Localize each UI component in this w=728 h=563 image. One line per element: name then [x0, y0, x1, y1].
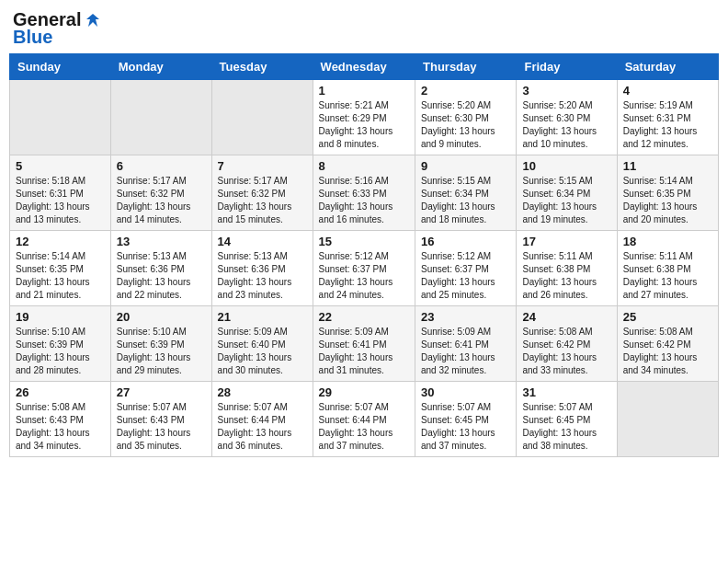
- day-cell: 19Sunrise: 5:10 AM Sunset: 6:39 PM Dayli…: [10, 306, 111, 382]
- day-number: 9: [421, 159, 510, 173]
- week-row-2: 5Sunrise: 5:18 AM Sunset: 6:31 PM Daylig…: [10, 155, 719, 231]
- day-info: Sunrise: 5:09 AM Sunset: 6:41 PM Dayligh…: [421, 326, 510, 377]
- day-info: Sunrise: 5:12 AM Sunset: 6:37 PM Dayligh…: [319, 250, 409, 302]
- day-number: 15: [319, 235, 409, 248]
- day-info: Sunrise: 5:13 AM Sunset: 6:36 PM Dayligh…: [218, 250, 307, 302]
- header-day-tuesday: Tuesday: [211, 54, 313, 80]
- day-info: Sunrise: 5:11 AM Sunset: 6:38 PM Dayligh…: [623, 250, 712, 302]
- day-info: Sunrise: 5:08 AM Sunset: 6:43 PM Dayligh…: [16, 401, 105, 453]
- day-info: Sunrise: 5:18 AM Sunset: 6:31 PM Dayligh…: [16, 175, 105, 226]
- day-cell: [211, 80, 313, 155]
- day-number: 1: [319, 84, 409, 98]
- day-number: 12: [16, 235, 105, 248]
- day-info: Sunrise: 5:10 AM Sunset: 6:39 PM Dayligh…: [16, 326, 105, 377]
- week-row-3: 12Sunrise: 5:14 AM Sunset: 6:35 PM Dayli…: [10, 231, 719, 306]
- day-info: Sunrise: 5:13 AM Sunset: 6:36 PM Dayligh…: [117, 250, 206, 302]
- day-number: 6: [117, 159, 206, 173]
- day-number: 13: [117, 235, 206, 248]
- header-day-saturday: Saturday: [617, 54, 718, 80]
- day-info: Sunrise: 5:20 AM Sunset: 6:30 PM Dayligh…: [522, 99, 610, 151]
- day-cell: 15Sunrise: 5:12 AM Sunset: 6:37 PM Dayli…: [313, 231, 415, 306]
- day-cell: [110, 80, 211, 155]
- day-cell: 29Sunrise: 5:07 AM Sunset: 6:44 PM Dayli…: [313, 382, 415, 457]
- day-info: Sunrise: 5:17 AM Sunset: 6:32 PM Dayligh…: [117, 175, 206, 226]
- day-number: 29: [319, 385, 409, 399]
- day-cell: 18Sunrise: 5:11 AM Sunset: 6:38 PM Dayli…: [617, 231, 718, 306]
- day-info: Sunrise: 5:07 AM Sunset: 6:44 PM Dayligh…: [319, 401, 409, 453]
- day-info: Sunrise: 5:16 AM Sunset: 6:33 PM Dayligh…: [319, 175, 409, 226]
- day-info: Sunrise: 5:14 AM Sunset: 6:35 PM Dayligh…: [16, 250, 105, 302]
- day-cell: 11Sunrise: 5:14 AM Sunset: 6:35 PM Dayli…: [617, 155, 718, 231]
- day-info: Sunrise: 5:07 AM Sunset: 6:45 PM Dayligh…: [421, 401, 510, 453]
- day-cell: 3Sunrise: 5:20 AM Sunset: 6:30 PM Daylig…: [517, 80, 617, 155]
- day-cell: 7Sunrise: 5:17 AM Sunset: 6:32 PM Daylig…: [211, 155, 313, 231]
- day-number: 24: [522, 310, 610, 324]
- day-info: Sunrise: 5:09 AM Sunset: 6:41 PM Dayligh…: [319, 326, 409, 377]
- day-info: Sunrise: 5:15 AM Sunset: 6:34 PM Dayligh…: [522, 175, 610, 226]
- day-number: 2: [421, 84, 510, 98]
- svg-marker-0: [86, 14, 99, 27]
- day-cell: 27Sunrise: 5:07 AM Sunset: 6:43 PM Dayli…: [110, 382, 211, 457]
- day-cell: 14Sunrise: 5:13 AM Sunset: 6:36 PM Dayli…: [211, 231, 313, 306]
- day-cell: 28Sunrise: 5:07 AM Sunset: 6:44 PM Dayli…: [211, 382, 313, 457]
- day-cell: [10, 80, 111, 155]
- day-number: 11: [623, 159, 712, 173]
- page-header: General Blue: [9, 9, 719, 48]
- day-number: 23: [421, 310, 510, 324]
- day-number: 22: [319, 310, 409, 324]
- day-info: Sunrise: 5:10 AM Sunset: 6:39 PM Dayligh…: [117, 326, 206, 377]
- header-day-friday: Friday: [517, 54, 617, 80]
- day-number: 5: [16, 159, 105, 173]
- day-number: 18: [623, 235, 712, 248]
- day-cell: 13Sunrise: 5:13 AM Sunset: 6:36 PM Dayli…: [110, 231, 211, 306]
- calendar-table: SundayMondayTuesdayWednesdayThursdayFrid…: [9, 53, 719, 457]
- day-number: 8: [319, 159, 409, 173]
- day-info: Sunrise: 5:07 AM Sunset: 6:45 PM Dayligh…: [522, 401, 610, 453]
- day-info: Sunrise: 5:19 AM Sunset: 6:31 PM Dayligh…: [623, 99, 712, 151]
- day-cell: 9Sunrise: 5:15 AM Sunset: 6:34 PM Daylig…: [415, 155, 517, 231]
- day-info: Sunrise: 5:12 AM Sunset: 6:37 PM Dayligh…: [421, 250, 510, 302]
- day-cell: 21Sunrise: 5:09 AM Sunset: 6:40 PM Dayli…: [211, 306, 313, 382]
- day-cell: 20Sunrise: 5:10 AM Sunset: 6:39 PM Dayli…: [110, 306, 211, 382]
- day-info: Sunrise: 5:11 AM Sunset: 6:38 PM Dayligh…: [522, 250, 610, 302]
- day-cell: 31Sunrise: 5:07 AM Sunset: 6:45 PM Dayli…: [517, 382, 617, 457]
- day-cell: 12Sunrise: 5:14 AM Sunset: 6:35 PM Dayli…: [10, 231, 111, 306]
- day-number: 17: [522, 235, 610, 248]
- day-number: 21: [218, 310, 307, 324]
- day-number: 4: [623, 84, 712, 98]
- day-number: 16: [421, 235, 510, 248]
- day-number: 26: [16, 385, 105, 399]
- week-row-4: 19Sunrise: 5:10 AM Sunset: 6:39 PM Dayli…: [10, 306, 719, 382]
- day-info: Sunrise: 5:14 AM Sunset: 6:35 PM Dayligh…: [623, 175, 712, 226]
- header-day-wednesday: Wednesday: [313, 54, 415, 80]
- day-info: Sunrise: 5:20 AM Sunset: 6:30 PM Dayligh…: [421, 99, 510, 151]
- day-cell: 5Sunrise: 5:18 AM Sunset: 6:31 PM Daylig…: [10, 155, 111, 231]
- day-number: 14: [218, 235, 307, 248]
- day-number: 20: [117, 310, 206, 324]
- day-number: 10: [522, 159, 610, 173]
- day-info: Sunrise: 5:21 AM Sunset: 6:29 PM Dayligh…: [319, 99, 409, 151]
- day-info: Sunrise: 5:07 AM Sunset: 6:44 PM Dayligh…: [218, 401, 307, 453]
- header-row: SundayMondayTuesdayWednesdayThursdayFrid…: [10, 54, 719, 80]
- day-cell: 4Sunrise: 5:19 AM Sunset: 6:31 PM Daylig…: [617, 80, 718, 155]
- logo-bird-icon: [83, 10, 103, 30]
- day-number: 3: [522, 84, 610, 98]
- day-info: Sunrise: 5:08 AM Sunset: 6:42 PM Dayligh…: [623, 326, 712, 377]
- day-cell: 10Sunrise: 5:15 AM Sunset: 6:34 PM Dayli…: [517, 155, 617, 231]
- day-number: 25: [623, 310, 712, 324]
- day-cell: 26Sunrise: 5:08 AM Sunset: 6:43 PM Dayli…: [10, 382, 111, 457]
- day-info: Sunrise: 5:17 AM Sunset: 6:32 PM Dayligh…: [218, 175, 307, 226]
- day-number: 30: [421, 385, 510, 399]
- day-cell: [617, 382, 718, 457]
- day-number: 28: [218, 385, 307, 399]
- day-info: Sunrise: 5:08 AM Sunset: 6:42 PM Dayligh…: [522, 326, 610, 377]
- day-cell: 8Sunrise: 5:16 AM Sunset: 6:33 PM Daylig…: [313, 155, 415, 231]
- day-number: 27: [117, 385, 206, 399]
- week-row-1: 1Sunrise: 5:21 AM Sunset: 6:29 PM Daylig…: [10, 80, 719, 155]
- week-row-5: 26Sunrise: 5:08 AM Sunset: 6:43 PM Dayli…: [10, 382, 719, 457]
- day-cell: 22Sunrise: 5:09 AM Sunset: 6:41 PM Dayli…: [313, 306, 415, 382]
- day-cell: 23Sunrise: 5:09 AM Sunset: 6:41 PM Dayli…: [415, 306, 517, 382]
- day-info: Sunrise: 5:07 AM Sunset: 6:43 PM Dayligh…: [117, 401, 206, 453]
- day-info: Sunrise: 5:15 AM Sunset: 6:34 PM Dayligh…: [421, 175, 510, 226]
- header-day-sunday: Sunday: [10, 54, 111, 80]
